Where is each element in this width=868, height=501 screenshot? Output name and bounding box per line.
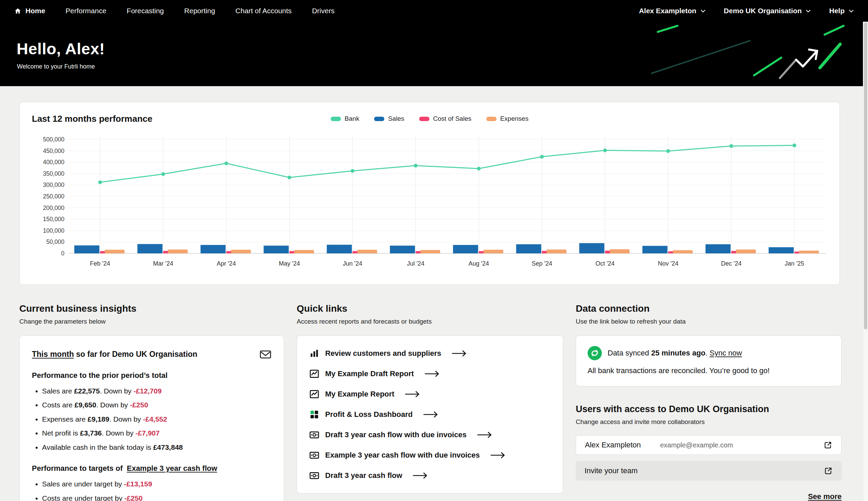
insights-subheading: Change the parameters below [19, 318, 284, 325]
quick-link-draft-3-year-cash-flow-with-due-invoices[interactable]: Draft 3 year cash flow with due invoices [309, 425, 551, 445]
nav-item-drivers[interactable]: Drivers [312, 7, 335, 15]
scrollbar-thumb[interactable] [864, 22, 867, 329]
users-subheading: Change access and invite more collaborat… [576, 418, 842, 426]
nav-item-label: Performance [65, 7, 106, 15]
scrollbar[interactable] [863, 22, 868, 501]
bullet-value: £9,650 [75, 401, 96, 409]
reconciled-status-text: All bank transactions are reconciled. Yo… [588, 366, 830, 375]
bullet-text: Sales are [42, 387, 74, 395]
insights-card: This month so far for Demo UK Organisati… [19, 335, 284, 501]
invite-team-row[interactable]: Invite your team [576, 461, 842, 481]
svg-text:Apr '24: Apr '24 [217, 260, 236, 267]
svg-text:May '24: May '24 [279, 260, 300, 267]
sync-now-link[interactable]: Sync now [710, 349, 742, 357]
svg-text:Oct '24: Oct '24 [595, 260, 615, 267]
sync-status-text: Data synced 25 minutes ago. Sync now [608, 349, 742, 358]
legend-swatch [330, 117, 341, 121]
data-connection-column: Data connection Use the link below to re… [576, 303, 842, 501]
svg-text:Jul '24: Jul '24 [407, 260, 424, 267]
bullet-delta: -£7,907 [135, 429, 160, 437]
bullet-text: Available cash in the bank today is [42, 443, 153, 451]
user-name: Alex Exampleton [585, 441, 660, 449]
legend-label: Sales [388, 115, 404, 122]
arrow-right-icon [477, 431, 493, 438]
arrow-right-icon [452, 350, 467, 357]
quick-link-profit-and-loss-dashboard[interactable]: Profit & Loss Dashboard [309, 404, 551, 425]
bullet-value: £22,575 [74, 387, 100, 395]
svg-text:400,000: 400,000 [43, 159, 65, 166]
bullet-text: Costs are [42, 401, 75, 409]
nav-item-forecasting[interactable]: Forecasting [127, 7, 164, 15]
quick-link-draft-3-year-cash-flow[interactable]: Draft 3 year cash flow [309, 465, 551, 486]
report-icon [309, 369, 319, 379]
bullet-text: . Down by [96, 401, 130, 409]
svg-text:450,000: 450,000 [43, 148, 65, 154]
prior-period-section-title: Performance to the prior period’s total [32, 371, 272, 380]
bullet-value: £473,848 [153, 443, 183, 451]
cash-icon [309, 430, 319, 440]
decorative-graphic [648, 22, 858, 86]
cash-flow-forecast-link[interactable]: Example 3 year cash flow [127, 464, 217, 472]
svg-text:300,000: 300,000 [43, 181, 65, 188]
svg-text:0: 0 [61, 250, 64, 257]
data-connection-subheading: Use the link below to refresh your data [576, 318, 842, 325]
report-icon [309, 389, 319, 399]
quick-link-review-customers-and-suppliers[interactable]: Review customers and suppliers [309, 343, 551, 364]
sync-icon [588, 346, 602, 360]
chart-legend: BankSalesCost of SalesExpenses [330, 115, 528, 122]
insight-bullet: Available cash in the bank today is £473… [42, 442, 272, 452]
envelope-icon[interactable] [259, 349, 272, 360]
main-content: Last 12 months performance BankSalesCost… [0, 102, 868, 501]
nav-right: Alex Exampleton Demo UK Organisation Hel… [639, 7, 854, 15]
external-link-icon[interactable] [824, 466, 833, 475]
arrow-right-icon [490, 452, 506, 459]
prior-period-bullets: Sales are £22,575. Down by -£12,709 Cost… [32, 386, 272, 452]
insights-card-title-rest: so far for Demo UK Organisation [74, 350, 197, 359]
quick-link-my-example-draft-report[interactable]: My Example Draft Report [309, 364, 551, 384]
bar-chart-icon [309, 348, 319, 359]
svg-text:Feb '24: Feb '24 [90, 260, 110, 267]
invite-team-label: Invite your team [585, 466, 638, 475]
chevron-down-icon [701, 10, 706, 12]
legend-label: Bank [345, 115, 359, 122]
this-month-link[interactable]: This month [32, 350, 74, 359]
arrow-right-icon [413, 472, 428, 479]
help-menu[interactable]: Help [829, 7, 854, 15]
nav-item-label: Home [25, 7, 45, 15]
user-row[interactable]: Alex Exampleton example@example.com [576, 435, 842, 455]
user-menu[interactable]: Alex Exampleton [639, 7, 705, 15]
sync-text: . [706, 349, 710, 357]
svg-text:Mar '24: Mar '24 [153, 260, 173, 267]
hero-banner: Hello, Alex! Welcome to your Futrli home [0, 22, 868, 86]
nav-item-chart-of-accounts[interactable]: Chart of Accounts [235, 7, 292, 15]
arrow-right-icon [423, 411, 439, 418]
bullet-text: . Down by [100, 387, 133, 395]
nav-item-label: Reporting [184, 7, 215, 15]
organisation-menu[interactable]: Demo UK Organisation [724, 7, 811, 15]
quick-link-example-3-year-cash-flow-with-due-invoices[interactable]: Example 3 year cash flow with due invoic… [309, 445, 551, 465]
insights-card-title: This month so far for Demo UK Organisati… [32, 349, 197, 360]
home-icon [14, 8, 21, 14]
quick-link-label: Review customers and suppliers [325, 349, 441, 358]
legend-item-cost-of-sales: Cost of Sales [419, 115, 471, 122]
legend-item-sales: Sales [374, 115, 404, 122]
nav-item-reporting[interactable]: Reporting [184, 7, 215, 15]
nav-left: Home Performance Forecasting Reporting C… [14, 7, 335, 15]
organisation-menu-label: Demo UK Organisation [724, 7, 802, 15]
legend-swatch [486, 117, 496, 121]
performance-chart-card: Last 12 months performance BankSalesCost… [19, 102, 840, 285]
bullet-delta: -£250 [130, 401, 148, 409]
insight-bullet: Net profit is £3,736. Down by -£7,907 [42, 428, 272, 438]
nav-item-performance[interactable]: Performance [65, 7, 106, 15]
quick-link-label: Profit & Loss Dashboard [325, 410, 413, 419]
bullet-text: . Down by [109, 415, 143, 423]
chevron-down-icon [849, 10, 854, 12]
legend-label: Cost of Sales [433, 115, 471, 122]
targets-section-title: Performance to targets of Example 3 year… [32, 464, 272, 473]
quick-link-my-example-report[interactable]: My Example Report [309, 384, 551, 404]
insight-bullet: Sales are under target by -£13,159 [42, 479, 272, 489]
see-more-link[interactable]: See more [576, 492, 842, 501]
external-link-icon[interactable] [824, 441, 832, 449]
svg-text:500,000: 500,000 [43, 136, 65, 143]
nav-item-home[interactable]: Home [14, 7, 45, 15]
